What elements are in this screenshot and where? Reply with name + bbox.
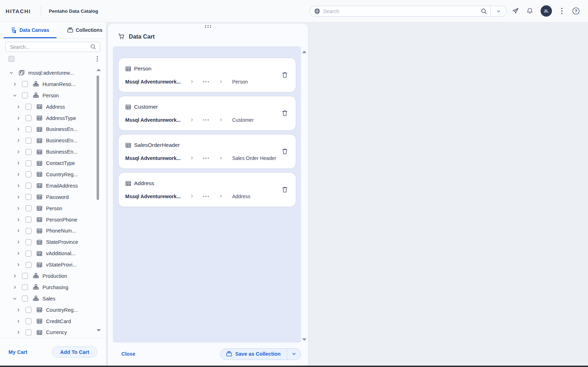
checkbox[interactable] bbox=[25, 160, 31, 166]
tree-item-vstateprovi[interactable]: vStateProvi... bbox=[0, 259, 101, 270]
tree-item-addresstype[interactable]: AddressType bbox=[0, 113, 101, 124]
tree-search-input[interactable] bbox=[9, 44, 90, 50]
checkbox[interactable] bbox=[25, 149, 31, 155]
checkbox[interactable] bbox=[25, 115, 31, 121]
chevron-right-icon[interactable] bbox=[16, 218, 21, 222]
close-button[interactable]: Close bbox=[121, 351, 136, 357]
search-icon[interactable] bbox=[478, 8, 490, 15]
checkbox[interactable] bbox=[25, 217, 31, 223]
chevron-right-icon[interactable] bbox=[16, 240, 21, 244]
tree-item-creditcard[interactable]: CreditCard bbox=[0, 316, 101, 327]
chevron-down-icon[interactable] bbox=[13, 297, 17, 301]
checkbox[interactable] bbox=[22, 273, 28, 279]
tree-item-countryreg[interactable]: CountryReg... bbox=[0, 169, 101, 180]
chevron-right-icon[interactable] bbox=[16, 127, 21, 131]
checkbox[interactable] bbox=[25, 194, 31, 200]
chevron-right-icon[interactable] bbox=[16, 172, 21, 177]
search-input[interactable] bbox=[320, 8, 478, 14]
scroll-up-arrow[interactable] bbox=[302, 51, 306, 53]
chevron-right-icon[interactable] bbox=[16, 330, 21, 334]
tree-item-purchasing[interactable]: Purchasing bbox=[0, 282, 101, 293]
cart-item-card[interactable]: SalesOrderHeaderMssql Adventurework...··… bbox=[118, 134, 296, 169]
chevron-right-icon[interactable] bbox=[16, 116, 21, 120]
delete-cart-item-button[interactable] bbox=[282, 148, 288, 155]
checkbox[interactable] bbox=[25, 318, 31, 324]
checkbox[interactable] bbox=[22, 81, 28, 87]
tree-item-production[interactable]: Production bbox=[0, 270, 101, 282]
tree-item-phonenum[interactable]: PhoneNum... bbox=[0, 225, 101, 236]
help-icon[interactable]: ? bbox=[572, 7, 580, 15]
save-as-collection-button[interactable]: Save as Collection bbox=[220, 349, 287, 360]
checkbox[interactable] bbox=[25, 138, 31, 144]
checkbox[interactable] bbox=[25, 239, 31, 245]
avatar[interactable]: JL bbox=[541, 5, 552, 17]
tree-item-person[interactable]: Person bbox=[0, 203, 101, 214]
tree-item-person[interactable]: Person bbox=[0, 90, 101, 101]
tree-item-address[interactable]: Address bbox=[0, 101, 101, 113]
checkbox[interactable] bbox=[25, 171, 31, 177]
chevron-right-icon[interactable] bbox=[16, 150, 21, 154]
checkbox[interactable] bbox=[25, 126, 31, 132]
send-icon[interactable] bbox=[512, 7, 519, 15]
scroll-down-arrow[interactable] bbox=[97, 329, 101, 332]
bell-icon[interactable] bbox=[526, 7, 533, 15]
tree-item-emailaddress[interactable]: EmailAddress bbox=[0, 180, 101, 191]
select-all-checkbox[interactable] bbox=[8, 56, 15, 62]
chevron-right-icon[interactable] bbox=[16, 229, 21, 233]
tree-search[interactable] bbox=[5, 42, 100, 52]
search-scope-dropdown[interactable] bbox=[491, 9, 506, 14]
tree-item-stateprovince[interactable]: StateProvince bbox=[0, 236, 101, 248]
tree-item-businessen[interactable]: BusinessEn... bbox=[0, 135, 101, 146]
kebab-icon[interactable] bbox=[97, 56, 98, 62]
checkbox[interactable] bbox=[22, 92, 28, 98]
scroll-down-arrow[interactable] bbox=[302, 338, 306, 341]
save-options-dropdown[interactable] bbox=[287, 349, 301, 360]
tree-item-countryreg[interactable]: CountryReg... bbox=[0, 304, 101, 316]
my-cart-link[interactable]: My Cart bbox=[8, 349, 27, 355]
tree-item-personphone[interactable]: PersonPhone bbox=[0, 214, 101, 225]
scrollbar-thumb[interactable] bbox=[97, 75, 99, 200]
add-to-cart-button[interactable]: Add To Cart bbox=[52, 346, 97, 357]
cart-item-card[interactable]: CustomerMssql Adventurework...···Custome… bbox=[118, 96, 296, 131]
chevron-right-icon[interactable] bbox=[16, 263, 21, 267]
scroll-up-arrow[interactable] bbox=[97, 69, 101, 71]
delete-cart-item-button[interactable] bbox=[282, 186, 288, 193]
chevron-down-icon[interactable] bbox=[13, 93, 17, 98]
checkbox[interactable] bbox=[25, 329, 31, 336]
chevron-right-icon[interactable] bbox=[16, 105, 21, 109]
cart-item-card[interactable]: PersonMssql Adventurework...···Person bbox=[118, 58, 296, 92]
checkbox[interactable] bbox=[22, 284, 28, 290]
tree-item-password[interactable]: Password bbox=[0, 191, 101, 203]
chevron-right-icon[interactable] bbox=[16, 184, 21, 188]
tree-item-vadditional[interactable]: vAdditional... bbox=[0, 248, 101, 259]
chevron-down-icon[interactable] bbox=[9, 71, 13, 75]
chevron-right-icon[interactable] bbox=[13, 285, 17, 289]
chevron-right-icon[interactable] bbox=[13, 274, 17, 278]
chevron-right-icon[interactable] bbox=[16, 319, 21, 323]
checkbox[interactable] bbox=[25, 307, 31, 313]
tree-item-mssql-adventurew[interactable]: mssql:adventurew... bbox=[0, 67, 101, 79]
kebab-icon[interactable] bbox=[561, 8, 563, 14]
tab-collections[interactable]: Collections bbox=[65, 22, 104, 38]
chevron-right-icon[interactable] bbox=[16, 195, 21, 199]
drag-handle-icon[interactable] bbox=[205, 25, 211, 28]
chevron-right-icon[interactable] bbox=[13, 82, 17, 86]
tree-item-contacttype[interactable]: ContactType bbox=[0, 157, 101, 169]
tab-data-canvas[interactable]: Data Canvas bbox=[4, 22, 57, 38]
checkbox[interactable] bbox=[25, 251, 31, 257]
checkbox[interactable] bbox=[22, 296, 28, 302]
cart-item-card[interactable]: AddressMssql Adventurework...···Address bbox=[118, 172, 296, 207]
tree-item-humanreso[interactable]: HumanReso... bbox=[0, 79, 101, 90]
tree-item-sales[interactable]: Sales bbox=[0, 293, 101, 304]
global-search[interactable] bbox=[310, 6, 507, 17]
tree-item-businessen[interactable]: BusinessEn... bbox=[0, 146, 101, 157]
chevron-right-icon[interactable] bbox=[16, 308, 21, 312]
checkbox[interactable] bbox=[25, 183, 31, 189]
delete-cart-item-button[interactable] bbox=[282, 71, 288, 78]
tree-item-businessen[interactable]: BusinessEn... bbox=[0, 124, 101, 135]
chevron-right-icon[interactable] bbox=[16, 206, 21, 211]
chevron-right-icon[interactable] bbox=[16, 251, 21, 256]
checkbox[interactable] bbox=[25, 104, 31, 110]
checkbox[interactable] bbox=[25, 262, 31, 268]
tree-item-currency[interactable]: Currency bbox=[0, 327, 101, 338]
